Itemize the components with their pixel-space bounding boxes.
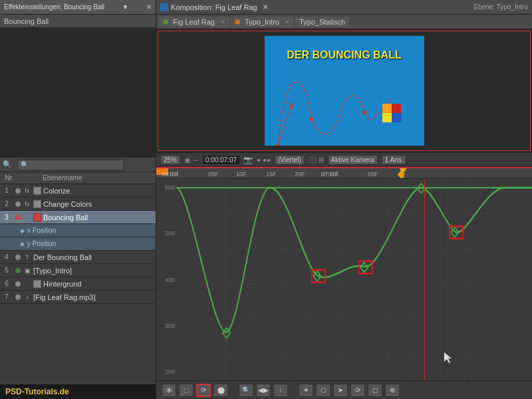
tool-fit[interactable]: ↕ [273,384,288,397]
timecode: 0:00:07:07 [203,156,239,164]
quality-select[interactable]: 1 Ans. [382,155,407,165]
tool-transform5[interactable]: ◻ [368,384,382,397]
y-label-500: 500 [158,230,175,237]
left-panel-title: Bouncing Ball [0,15,156,28]
tool-transform6[interactable]: ⊕ [385,384,400,397]
layer-label: Ebene: Typo_Intro [473,3,528,11]
svg-point-4 [362,110,366,114]
layer-row[interactable]: 2 fx Change Colors [0,198,156,211]
y-label-600: 600 [158,184,175,191]
view-mode[interactable]: (Viertel) [275,155,305,165]
tool-transform3[interactable]: ➤ [333,384,348,397]
zoom-control[interactable]: 25% [160,155,180,165]
close-icon[interactable]: ✕ [146,3,152,11]
layer-row[interactable]: 4 T Der Bouncing Ball [0,251,156,264]
layer-row[interactable]: 7 ♪ [Fig Leaf Rag.mp3] [0,291,156,304]
tool-pin[interactable]: ⟳ [196,384,211,397]
tool-transform4[interactable]: ⟳ [350,384,365,397]
tool-anchor[interactable]: ⬤ [213,384,228,397]
comp-tab-typostatisch[interactable]: Typo_Statisch [295,17,349,27]
y-label-200: 200 [158,368,175,375]
layer-row-bouncing-ball[interactable]: 3 Bouncing Ball [0,211,156,224]
y-label-300: 300 [158,323,175,329]
layer-row[interactable]: 6 Hintergrund [0,277,156,291]
comp-title: Komposition: Fig Leaf Rag [171,3,257,11]
tool-transform1[interactable]: ✦ [299,384,313,397]
sub-layer-ypos[interactable]: ◆ y Position [0,237,156,251]
tool-transform2[interactable]: ⬡ [316,384,331,397]
camera-select[interactable]: Aktive Kamera [328,155,378,165]
tool-eye[interactable]: 👁 [162,384,176,397]
layer-search-input[interactable] [17,160,124,170]
y-label-400: 400 [158,277,175,283]
layer-header: Nr. Ebenenname [0,172,156,184]
dropdown-arrow[interactable]: ▼ [122,3,129,11]
search-icon: 🔍 [3,160,12,169]
comp-tab-figleafrag[interactable]: Fig Leaf Rag ✕ [159,17,229,27]
layer-row[interactable]: 1 fx Colorize [0,184,156,198]
layer-list: 1 fx Colorize 2 fx Change Colors 3 Boun [0,184,156,304]
comp-tab-typointro[interactable]: Typo_Intro ✕ [231,17,294,27]
comp-icon [160,3,168,11]
effectsettings-title: Effekteinstellungen: Bouncing Ball [4,3,104,11]
comp-close-icon[interactable]: ✕ [263,3,268,11]
svg-point-1 [309,117,313,121]
layer-row[interactable]: 5 ▣ [Typo_Intro] [0,264,156,277]
tool-graph[interactable]: ⬚ [179,384,194,397]
sub-layer-xpos[interactable]: ◆ x Position [0,224,156,237]
tool-zoom-in[interactable]: 🔍 [239,384,253,397]
watermark: PSD-Tutorials.de [0,384,156,399]
tool-zoom-out[interactable]: ◀▶ [256,384,271,397]
